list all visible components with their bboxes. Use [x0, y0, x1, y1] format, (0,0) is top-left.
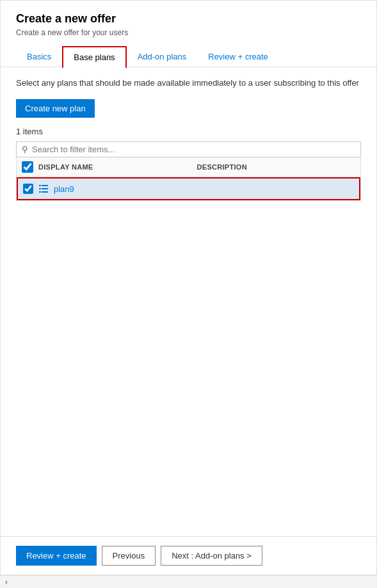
svg-rect-5 — [42, 191, 48, 193]
review-create-button[interactable]: Review + create — [16, 546, 97, 566]
content-section: Select any plans that should be made ava… — [1, 67, 376, 374]
bottom-scrollbar-bar: ‹ — [0, 575, 377, 588]
header-section: Create a new offer Create a new offer fo… — [1, 1, 376, 67]
plan-name: plan9 — [54, 184, 354, 194]
svg-rect-1 — [42, 185, 48, 186]
row-checkbox[interactable] — [23, 184, 33, 194]
col-header-display-name: DISPLAY NAME — [38, 163, 197, 171]
search-input[interactable] — [32, 145, 355, 154]
svg-rect-0 — [39, 185, 41, 186]
page-title: Create a new offer — [16, 12, 361, 26]
tabs-row: Basics Base plans Add-on plans Review + … — [16, 46, 361, 67]
table-container: DISPLAY NAME DESCRIPTION plan9 — [16, 157, 361, 201]
tab-base-plans[interactable]: Base plans — [62, 46, 126, 68]
svg-rect-2 — [39, 188, 41, 189]
search-icon: ⚲ — [22, 145, 28, 154]
plan-list-icon — [38, 184, 49, 194]
table-row[interactable]: plan9 — [17, 177, 360, 200]
search-container: ⚲ — [16, 141, 361, 157]
previous-button[interactable]: Previous — [102, 546, 156, 566]
create-new-plan-button[interactable]: Create new plan — [16, 99, 95, 118]
col-header-description: DESCRIPTION — [197, 163, 356, 171]
items-count: 1 items — [16, 127, 361, 136]
tab-add-on-plans[interactable]: Add-on plans — [127, 46, 198, 67]
next-addon-plans-button[interactable]: Next : Add-on plans > — [161, 546, 262, 566]
svg-rect-4 — [39, 191, 41, 193]
select-all-checkbox[interactable] — [22, 161, 33, 173]
spacer — [1, 374, 376, 536]
tab-review-create[interactable]: Review + create — [197, 46, 279, 67]
scroll-left-icon[interactable]: ‹ — [5, 578, 8, 587]
page-subtitle: Create a new offer for your users — [16, 28, 361, 37]
svg-rect-3 — [42, 188, 48, 189]
tab-basics[interactable]: Basics — [16, 46, 62, 67]
footer-section: Review + create Previous Next : Add-on p… — [1, 536, 376, 575]
section-description: Select any plans that should be made ava… — [16, 77, 361, 89]
table-header: DISPLAY NAME DESCRIPTION — [17, 157, 360, 177]
